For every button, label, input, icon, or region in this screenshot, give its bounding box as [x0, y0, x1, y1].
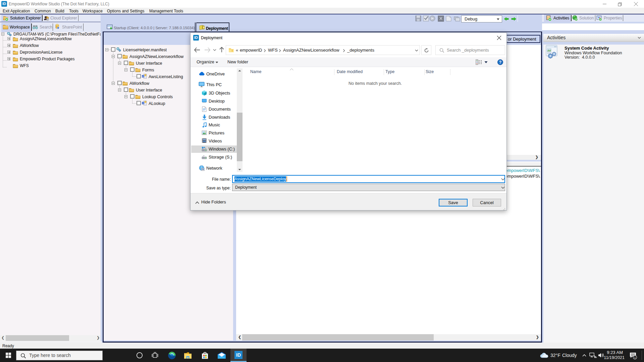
svg-text:1: 1 — [634, 356, 636, 359]
